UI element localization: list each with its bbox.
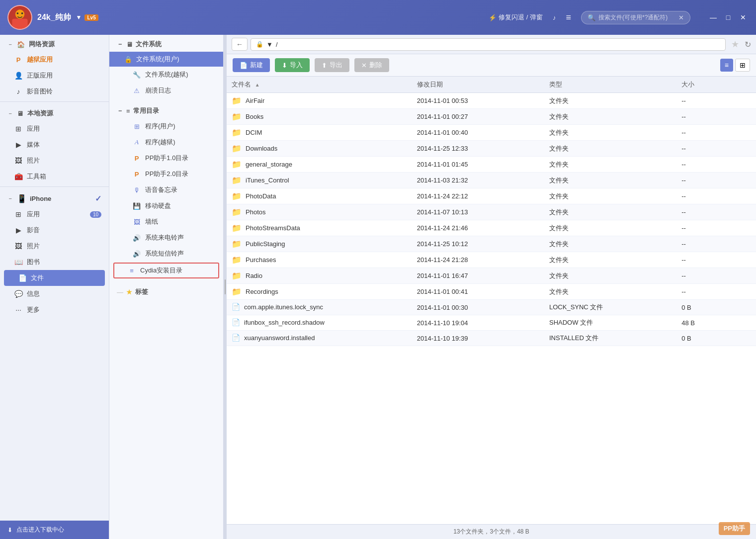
iphone-collapse-icon[interactable]: － xyxy=(7,195,13,202)
fs-crash-item[interactable]: ⚠ 崩溃日志 xyxy=(109,83,223,98)
import-button[interactable]: ⬇ 导入 xyxy=(275,58,310,72)
dropdown-arrow[interactable]: ▼ xyxy=(76,14,82,21)
new-button[interactable]: 📄 新建 xyxy=(233,58,270,72)
sidebar-item-iphone-files[interactable]: 📄 文件 xyxy=(4,270,105,286)
col-filename[interactable]: 文件名 ▲ xyxy=(227,77,412,93)
minimize-button[interactable]: — xyxy=(708,12,719,23)
list-view-button[interactable]: ≡ xyxy=(720,59,733,72)
delete-button[interactable]: ✕ 删除 xyxy=(354,58,389,72)
export-button[interactable]: ⬆ 导出 xyxy=(315,58,349,72)
sidebar-item-local-media[interactable]: ▶ 媒体 xyxy=(0,137,109,153)
sidebar-item-local-photos[interactable]: 🖼 照片 xyxy=(0,153,109,169)
username-display[interactable]: 24k_纯帅 ▼ Lv5 xyxy=(37,12,98,23)
sidebar-item-iphone-messages[interactable]: 💬 信息 xyxy=(0,286,109,302)
table-row[interactable]: 📁Downloads2014-11-25 12:33文件夹-- xyxy=(227,141,756,157)
table-row[interactable]: 📄ifunbox_ssh_record.shadow2014-11-10 19:… xyxy=(227,315,756,331)
table-row[interactable]: 📁Purchases2014-11-24 21:28文件夹-- xyxy=(227,252,756,268)
sidebar-item-local-apps[interactable]: ⊞ 应用 xyxy=(0,121,109,137)
music-action[interactable]: ♪ xyxy=(553,14,556,21)
local-section-label: 本地资源 xyxy=(27,109,53,118)
fs-collapse-icon[interactable]: － xyxy=(117,40,123,49)
import-icon: ⬇ xyxy=(282,62,287,69)
sidebar-item-iphone-apps[interactable]: ⊞ 应用 10 xyxy=(0,206,109,222)
sidebar-item-iphone-media[interactable]: ▶ 影音 xyxy=(0,222,109,238)
table-row[interactable]: 📄xuanyuansword.installed2014-11-10 19:39… xyxy=(227,331,756,346)
common-wallpaper[interactable]: 🖼 墙纸 xyxy=(109,214,223,230)
grid-view-button[interactable]: ⊞ xyxy=(735,59,750,72)
search-bar[interactable]: 🔍 ✕ xyxy=(581,11,690,24)
table-row[interactable]: 📁general_storage2014-11-01 01:45文件夹-- xyxy=(227,157,756,173)
pp2-label: PP助手2.0目录 xyxy=(145,170,188,179)
table-row[interactable]: 📁PhotoStreamsData2014-11-24 21:46文件夹-- xyxy=(227,220,756,236)
common-jailbreak-programs[interactable]: A 程序(越狱) xyxy=(109,134,223,150)
file-table: 文件名 ▲ 修改日期 类型 大小 xyxy=(227,77,756,524)
network-collapse-icon[interactable]: － xyxy=(7,41,13,48)
table-row[interactable]: 📁iTunes_Control2014-11-03 21:32文件夹-- xyxy=(227,173,756,188)
close-button[interactable]: ✕ xyxy=(738,12,749,23)
iphone-device-icon: 📱 xyxy=(17,194,27,203)
sidebar-item-jailbreak-apps[interactable]: P 越狱应用 xyxy=(0,52,109,68)
back-button[interactable]: ← xyxy=(232,38,248,51)
table-row[interactable]: 📁PhotoData2014-11-24 22:12文件夹-- xyxy=(227,188,756,204)
common-sms-tone[interactable]: 🔊 系统短信铃声 xyxy=(109,246,223,262)
common-voice-memos[interactable]: 🎙 语音备忘录 xyxy=(109,182,223,198)
tags-collapse-icon[interactable]: — xyxy=(117,288,123,296)
search-clear-icon[interactable]: ✕ xyxy=(678,14,684,21)
common-pp1[interactable]: P PP助手1.0目录 xyxy=(109,150,223,166)
table-row[interactable]: 📁DCIM2014-11-01 00:40文件夹-- xyxy=(227,125,756,141)
file-modified-cell: 2014-11-01 16:47 xyxy=(412,268,544,284)
iphone-files-label: 文件 xyxy=(31,273,44,282)
file-type-cell: 文件夹 xyxy=(544,252,676,268)
col-modified[interactable]: 修改日期 xyxy=(412,77,544,93)
refresh-button[interactable]: ↻ xyxy=(745,40,751,49)
file-modified-cell: 2014-11-25 10:12 xyxy=(412,236,544,252)
favorite-button[interactable]: ★ xyxy=(729,39,742,50)
table-row[interactable]: 📁Books2014-11-01 00:27文件夹-- xyxy=(227,109,756,125)
file-size-cell: -- xyxy=(676,220,756,236)
iphone-apps-icon: ⊞ xyxy=(14,210,23,218)
col-type[interactable]: 类型 xyxy=(544,77,676,93)
fs-jailbreak-label: 文件系统(越狱) xyxy=(145,70,188,79)
file-size-cell: -- xyxy=(676,204,756,220)
table-row[interactable]: 📁Photos2014-11-07 10:13文件夹-- xyxy=(227,204,756,220)
sidebar-item-toolbox[interactable]: 🧰 工具箱 xyxy=(0,169,109,184)
local-media-label: 媒体 xyxy=(27,140,40,149)
search-input[interactable] xyxy=(598,14,675,21)
download-icon: ⬇ xyxy=(7,527,12,534)
sidebar-item-official-apps[interactable]: 👤 正版应用 xyxy=(0,68,109,84)
network-action[interactable]: ≡ xyxy=(566,12,571,23)
file-name-cell: 📄com.apple.itunes.lock_sync xyxy=(227,300,412,314)
pp1-label: PP助手1.0目录 xyxy=(145,154,188,163)
repair-label: 修复闪退 / 弹窗 xyxy=(499,13,543,22)
sidebar-item-media[interactable]: ♪ 影音图铃 xyxy=(0,84,109,99)
fs-user-item[interactable]: 🔒 文件系统(用户) xyxy=(109,52,223,67)
table-row[interactable]: 📁Radio2014-11-01 16:47文件夹-- xyxy=(227,268,756,284)
download-center-link[interactable]: ⬇ 点击进入下载中心 xyxy=(0,521,109,539)
table-row[interactable]: 📁Recordings2014-11-01 00:41文件夹-- xyxy=(227,284,756,300)
sidebar-item-iphone-photos[interactable]: 🖼 照片 xyxy=(0,238,109,254)
common-ringtone[interactable]: 🔊 系统来电铃声 xyxy=(109,230,223,246)
left-sidebar: － 🏠 网络资源 P 越狱应用 👤 正版应用 ♪ 影音图铃 － 🖥 本地资源 ⊞… xyxy=(0,35,109,539)
local-collapse-icon[interactable]: － xyxy=(7,110,13,117)
common-mobile-hdd[interactable]: 💾 移动硬盘 xyxy=(109,198,223,214)
common-pp2[interactable]: P PP助手2.0目录 xyxy=(109,166,223,182)
common-collapse-icon[interactable]: － xyxy=(117,106,123,115)
table-row[interactable]: 📄com.apple.itunes.lock_sync2014-11-01 00… xyxy=(227,300,756,315)
maximize-button[interactable]: □ xyxy=(723,12,734,23)
iphone-messages-icon: 💬 xyxy=(14,290,23,298)
main-container: － 🏠 网络资源 P 越狱应用 👤 正版应用 ♪ 影音图铃 － 🖥 本地资源 ⊞… xyxy=(0,35,756,539)
sidebar-item-iphone-books[interactable]: 📖 图书 xyxy=(0,254,109,270)
col-size[interactable]: 大小 xyxy=(676,77,756,93)
view-toggle: ≡ ⊞ xyxy=(720,59,750,72)
repair-action[interactable]: ⚡ 修复闪退 / 弹窗 xyxy=(489,13,543,22)
user-info: 24k_纯帅 ▼ Lv5 xyxy=(37,12,98,23)
file-type-cell: 文件夹 xyxy=(544,173,676,188)
common-user-programs[interactable]: ⊞ 程序(用户) xyxy=(109,118,223,134)
table-row[interactable]: 📁PublicStaging2014-11-25 10:12文件夹-- xyxy=(227,236,756,252)
table-row[interactable]: 📁AirFair2014-11-01 00:53文件夹-- xyxy=(227,93,756,109)
title-bar: 24k_纯帅 ▼ Lv5 ⚡ 修复闪退 / 弹窗 ♪ ≡ 🔍 ✕ — □ ✕ xyxy=(0,0,756,35)
common-cydia-dir[interactable]: ≡ Cydia安装目录 xyxy=(113,263,219,278)
sidebar-item-iphone-more[interactable]: ··· 更多 xyxy=(0,302,109,318)
pp1-icon: P xyxy=(132,155,141,162)
fs-jailbreak-item[interactable]: 🔧 文件系统(越狱) xyxy=(109,67,223,83)
